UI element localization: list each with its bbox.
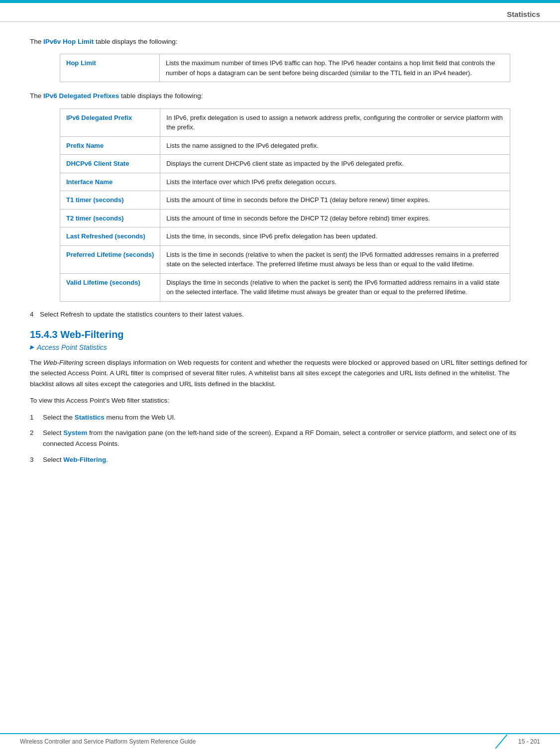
field-name: IPv6 Delegated Prefix <box>60 108 160 136</box>
subsection-heading: Access Point Statistics <box>30 343 530 351</box>
footer-page-num: 15 - 201 <box>518 738 540 745</box>
footer-left: Wireless Controller and Service Platform… <box>20 738 196 745</box>
field-name: T1 timer (seconds) <box>60 191 160 210</box>
field-name: Prefix Name <box>60 136 160 155</box>
step-4-prefix: Select <box>40 311 60 318</box>
table-row: DHCPv6 Client StateDisplays the current … <box>60 155 510 173</box>
page-header: Statistics <box>0 3 560 22</box>
hop-limit-intro: The IPv6v Hop Limit table displays the f… <box>30 37 530 47</box>
table-row: Preferred Lifetime (seconds)Lists is the… <box>60 245 510 273</box>
step-number: 1 <box>30 412 39 423</box>
step-text: Select Web-Filtering. <box>43 454 108 465</box>
table-row: T1 timer (seconds)Lists the amount of ti… <box>60 191 510 210</box>
step-link: Web-Filtering <box>63 456 106 463</box>
main-content: The IPv6v Hop Limit table displays the f… <box>0 22 560 500</box>
step-item: 1Select the Statistics menu from the Web… <box>30 412 530 423</box>
table-row: IPv6 Delegated PrefixIn IPv6, prefix del… <box>60 108 510 136</box>
footer-divider-icon <box>495 735 508 749</box>
hop-limit-table: Hop LimitLists the maximum number of tim… <box>60 54 510 82</box>
field-name: Valid Lifetime (seconds) <box>60 273 160 301</box>
field-name: Hop Limit <box>60 54 160 82</box>
table-row: Last Refreshed (seconds)Lists the time, … <box>60 227 510 246</box>
step-4: 4 Select Refresh to update the statistic… <box>30 311 530 318</box>
delegated-prefixes-intro: The IPv6 Delegated Prefixes table displa… <box>30 91 530 101</box>
step-4-text: Select Refresh to update the statistics … <box>40 311 244 318</box>
step-4-link: Refresh <box>60 311 84 318</box>
step-text: Select System from the navigation pane (… <box>43 428 530 449</box>
delegated-prefixes-link: IPv6 Delegated Prefixes <box>43 92 119 100</box>
body-paragraph: The Web-Filtering screen displays inform… <box>30 357 530 390</box>
field-description: Lists the amount of time in seconds befo… <box>160 209 510 227</box>
field-description: Lists the time, in seconds, since IPv6 p… <box>160 227 510 246</box>
subsection-heading-text: Access Point Statistics <box>37 343 107 351</box>
step-4-suffix: to update the statistics counters to the… <box>84 311 244 318</box>
field-name: DHCPv6 Client State <box>60 155 160 173</box>
delegated-prefixes-table: IPv6 Delegated PrefixIn IPv6, prefix del… <box>60 108 510 302</box>
view-intro: To view this Access Point's Web filter s… <box>30 395 530 406</box>
steps-container: 1Select the Statistics menu from the Web… <box>30 412 530 465</box>
field-name: T2 timer (seconds) <box>60 209 160 227</box>
step-item: 3Select Web-Filtering. <box>30 454 530 465</box>
step-link: Statistics <box>75 414 105 421</box>
step-link: System <box>63 429 87 436</box>
field-name: Interface Name <box>60 173 160 191</box>
field-description: Lists is the time in seconds (relative t… <box>160 245 510 273</box>
table-row: Prefix NameLists the name assigned to th… <box>60 136 510 155</box>
field-name: Last Refreshed (seconds) <box>60 227 160 246</box>
step-item: 2Select System from the navigation pane … <box>30 428 530 449</box>
step-number: 3 <box>30 454 39 465</box>
table-row: Hop LimitLists the maximum number of tim… <box>60 54 510 82</box>
step-text: Select the Statistics menu from the Web … <box>43 412 176 423</box>
delegated-intro-suffix: table displays the following: <box>119 92 203 100</box>
step-number: 2 <box>30 428 39 449</box>
hop-limit-link: IPv6v Hop Limit <box>43 38 94 45</box>
field-description: Lists the name assigned to the IPv6 dele… <box>160 136 510 155</box>
delegated-intro-prefix: The <box>30 92 43 100</box>
table-row: Valid Lifetime (seconds)Displays the tim… <box>60 273 510 301</box>
hop-limit-intro-prefix: The <box>30 38 43 45</box>
field-name: Preferred Lifetime (seconds) <box>60 245 160 273</box>
section-heading: 15.4.3 Web-Filtering <box>30 329 530 340</box>
field-description: Lists the interface over which IPv6 pref… <box>160 173 510 191</box>
field-description: Displays the time in seconds (relative t… <box>160 273 510 301</box>
table-row: T2 timer (seconds)Lists the amount of ti… <box>60 209 510 227</box>
step-4-num: 4 <box>30 311 38 318</box>
field-description: Lists the amount of time in seconds befo… <box>160 191 510 210</box>
field-description: Lists the maximum number of times IPv6 t… <box>160 54 510 82</box>
footer: Wireless Controller and Service Platform… <box>0 733 560 745</box>
field-description: Displays the current DHCPv6 client state… <box>160 155 510 173</box>
field-description: In IPv6, prefix delegation is used to as… <box>160 108 510 136</box>
table-row: Interface NameLists the interface over w… <box>60 173 510 191</box>
hop-limit-intro-suffix: table displays the following: <box>94 38 177 45</box>
header-title-text: Statistics <box>507 10 540 18</box>
footer-right: 15 - 201 <box>492 738 540 745</box>
